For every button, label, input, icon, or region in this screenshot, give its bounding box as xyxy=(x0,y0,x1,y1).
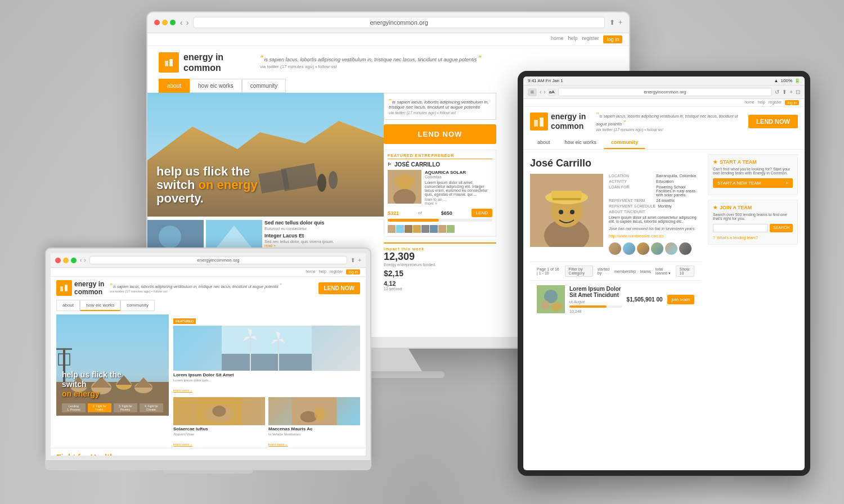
business-name: AQUARICA SOLAR xyxy=(425,170,492,175)
lender-photo-1 xyxy=(388,225,396,233)
tablet-nav-login[interactable]: log in xyxy=(785,100,799,105)
back-icon[interactable]: ‹ xyxy=(180,18,183,27)
minimize-button-dot[interactable] xyxy=(162,20,168,25)
laptop-quote: " is sapien lacus, lobortis adipiscing v… xyxy=(110,283,312,289)
nav-register[interactable]: register xyxy=(582,35,599,43)
nav-login[interactable]: log in xyxy=(603,35,622,43)
tablet-url-bar[interactable]: energyincommon.org xyxy=(558,88,772,96)
menu-community[interactable]: community xyxy=(242,79,286,93)
join-team-button[interactable]: join team xyxy=(667,295,694,304)
person-website[interactable]: http://www.nombresolar.com.co xyxy=(609,234,701,238)
tablet-reader-mode-icon[interactable]: aA xyxy=(549,89,555,96)
share-icon[interactable]: ⬆ xyxy=(609,19,615,26)
laptop-screen: ‹ › energyincommon.org ⬆ + home help reg… xyxy=(51,253,366,456)
svg-point-16 xyxy=(393,176,416,184)
tablet-nav-help[interactable]: help xyxy=(758,100,765,105)
article-read-more[interactable]: learn more » xyxy=(173,389,192,393)
article3-read-more[interactable]: learn more » xyxy=(268,443,288,447)
menu-how-it-works[interactable]: how eic works xyxy=(190,79,242,93)
laptop-close-dot[interactable] xyxy=(55,258,61,263)
laptop-menu-community[interactable]: community xyxy=(120,300,155,311)
lend-small-button[interactable]: LEND xyxy=(472,209,492,217)
tablet-nav-register[interactable]: register xyxy=(769,100,782,105)
tablet-quote: " is sapien lacus, lobortis adipiscing v… xyxy=(591,111,743,132)
tablet-menu-how-it-works[interactable]: how eic works xyxy=(558,136,604,149)
loan-amounts: $321 of $650 LEND xyxy=(388,209,492,217)
tablet-forward-icon[interactable]: › xyxy=(544,89,545,95)
fight-title: Fight for Health xyxy=(56,453,360,456)
tablet-lend-button[interactable]: LEND NOW xyxy=(748,115,798,128)
laptop-quote-area: " is sapien lacus, lobortis adipiscing v… xyxy=(110,283,312,293)
laptop-menu-about[interactable]: about xyxy=(56,300,80,311)
tablet-share-icon[interactable]: ⬆ xyxy=(782,89,787,95)
laptop-hero-image: help us flick theswitchon energy Lending… xyxy=(56,314,169,416)
tablet-bookmark-icon[interactable]: + xyxy=(789,89,793,95)
laptop-forward-icon[interactable]: › xyxy=(84,257,86,263)
laptop-maximize-dot[interactable] xyxy=(71,258,77,263)
article2-read-more[interactable]: learn more » xyxy=(173,443,192,447)
step-3[interactable]: 3. Fight forPoverty. xyxy=(114,403,137,412)
battery-icon: 🔋 xyxy=(794,78,800,83)
add-tab-icon[interactable]: + xyxy=(618,19,622,26)
loan-progress-bar xyxy=(388,219,492,222)
started-by-label[interactable]: started by xyxy=(598,267,609,275)
article-body: Lorem ipsum dolor quis... xyxy=(173,379,360,382)
filter-category-button[interactable]: Filter by Category xyxy=(565,266,593,277)
start-new-team-button[interactable]: START A NEW TEAM + xyxy=(713,178,793,188)
tablet-overflow-icon[interactable]: ⊡ xyxy=(796,89,800,95)
pagination-text: Page 1 of 16 | 1 - 10 xyxy=(537,267,560,275)
step-4[interactable]: 4. Fight forClimate. xyxy=(140,403,163,412)
teams-label[interactable]: teams xyxy=(640,269,651,273)
laptop-url-bar[interactable]: energyincommon.org xyxy=(89,256,347,264)
entrepreneur-name: JOSÉ CARRILLO xyxy=(394,161,440,168)
entrepreneur-body: AQUARICA SOLAR Colombia Lorem ipsum dolo… xyxy=(388,170,492,205)
lender-photo-5 xyxy=(421,225,429,233)
total-loaned-sort[interactable]: total loaned ▾ xyxy=(656,267,671,276)
close-button-dot[interactable] xyxy=(154,20,160,25)
repayment-term-value: 24 months xyxy=(656,199,675,202)
search-button[interactable]: SEARCH xyxy=(770,224,793,232)
person-photo xyxy=(530,174,603,247)
laptop-menu-how-it-works[interactable]: how eic works xyxy=(80,300,120,311)
tablet-lender-6 xyxy=(679,242,692,255)
loan-for-label: LOAN FOR xyxy=(609,185,654,197)
tablet-back-icon[interactable]: ‹ xyxy=(540,89,541,95)
article-2: Solaercae luftus Aliquam Vitae learn mor… xyxy=(173,397,265,448)
lending-team-link[interactable]: ? What's a lending team? xyxy=(713,236,793,240)
join-team-section: ★ JOIN A TEAM Search over 500 lending te… xyxy=(708,200,798,245)
laptop-share-icon[interactable]: ⬆ xyxy=(351,257,355,263)
laptop-back-icon[interactable]: ‹ xyxy=(80,257,82,263)
team-search-input[interactable] xyxy=(713,224,768,232)
forward-icon[interactable]: › xyxy=(186,18,189,27)
tablet-tab-icon[interactable]: ⊞ xyxy=(528,88,537,96)
lend-now-button[interactable]: LEND NOW xyxy=(384,124,496,144)
tablet-menu-community[interactable]: community xyxy=(604,136,645,149)
menu-about[interactable]: about xyxy=(159,79,190,93)
laptop-nav-help[interactable]: help xyxy=(319,269,326,274)
hero-headline: help us flick theswitch on energypoverty… xyxy=(156,165,258,206)
laptop-lend-button[interactable]: LEND NOW xyxy=(318,282,360,294)
show-select[interactable]: Show: 10 xyxy=(676,266,694,277)
laptop-nav-login[interactable]: log in xyxy=(346,269,360,274)
loan-info: Lorem Ipsum Dolor Sit Amet Tincidunt ut … xyxy=(569,286,622,313)
url-bar[interactable]: energyincommon.org xyxy=(193,17,605,28)
nav-help[interactable]: help xyxy=(568,35,577,43)
step-2[interactable]: 2. Fight forHealth. xyxy=(88,403,111,412)
step-1[interactable]: Lending1. Process xyxy=(62,403,86,412)
nav-home[interactable]: home xyxy=(551,35,564,43)
svg-point-7 xyxy=(317,174,326,192)
svg-rect-46 xyxy=(292,397,337,425)
maximize-button-dot[interactable] xyxy=(170,20,176,25)
tablet-nav-home[interactable]: home xyxy=(744,100,755,105)
tablet-reload-icon[interactable]: ↺ xyxy=(775,89,779,95)
laptop-nav-home[interactable]: home xyxy=(306,269,316,274)
laptop-minimize-dot[interactable] xyxy=(63,258,69,263)
start-team-title: ★ START A TEAM xyxy=(713,159,793,165)
money-lent: $2,15 xyxy=(384,269,496,278)
laptop-nav-register[interactable]: register xyxy=(330,269,343,274)
svg-rect-2 xyxy=(169,59,173,66)
search-row: SEARCH xyxy=(713,224,793,232)
membership-label[interactable]: membership xyxy=(614,269,636,273)
tablet-menu-about[interactable]: about xyxy=(530,136,558,149)
laptop-add-tab-icon[interactable]: + xyxy=(358,257,361,263)
